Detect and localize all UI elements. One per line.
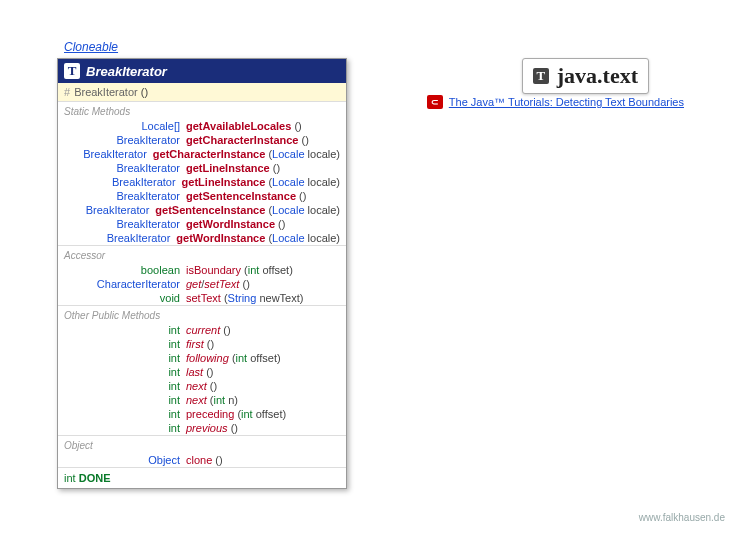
return-type: BreakIterator [83, 148, 147, 160]
method-row: BreakIteratorgetWordInstance () [58, 217, 346, 231]
method-row: BreakIteratorgetSentenceInstance (Locale… [58, 203, 346, 217]
method-row: Locale[]getAvailableLocales () [58, 119, 346, 133]
param-name: locale [308, 148, 337, 160]
section-label: Static Methods [58, 101, 346, 119]
method-params: () [302, 134, 309, 146]
param-type: int [241, 408, 253, 420]
tutorial-link-row: ⊂ The Java™ Tutorials: Detecting Text Bo… [427, 95, 684, 109]
method-params: (int offset) [237, 408, 286, 420]
method-signature: previous () [186, 422, 340, 434]
section-label: Accessor [58, 245, 346, 263]
method-name: getSentenceInstance [155, 204, 265, 216]
method-row: BreakIteratorgetLineInstance () [58, 161, 346, 175]
method-params: () [223, 324, 230, 336]
method-params: (Locale locale) [268, 232, 340, 244]
method-name: next [186, 394, 207, 406]
method-params: (int n) [210, 394, 238, 406]
method-signature: getAvailableLocales () [186, 120, 340, 132]
class-header: T BreakIterator [58, 59, 346, 83]
method-params: () [242, 278, 249, 290]
method-signature: following (int offset) [186, 352, 340, 364]
method-signature: current () [186, 324, 340, 336]
return-type: Locale[] [141, 120, 180, 132]
method-signature: getWordInstance (Locale locale) [176, 232, 340, 244]
method-name: getCharacterInstance [153, 148, 266, 160]
return-type: int [168, 422, 180, 434]
cloneable-link[interactable]: Cloneable [64, 40, 118, 54]
method-row: Objectclone () [58, 453, 346, 467]
param-name: locale [308, 232, 337, 244]
method-row: voidsetText (String newText) [58, 291, 346, 305]
method-params: (int offset) [232, 352, 281, 364]
param-name: offset [256, 408, 283, 420]
method-signature: getLineInstance (Locale locale) [182, 176, 340, 188]
return-type: BreakIterator [116, 134, 180, 146]
param-name: newText [259, 292, 299, 304]
visibility-marker: # [64, 86, 70, 98]
method-name: getLineInstance [182, 176, 266, 188]
class-box: T BreakIterator #BreakIterator () Static… [57, 58, 347, 489]
method-signature: getCharacterInstance (Locale locale) [153, 148, 340, 160]
method-name: last [186, 366, 203, 378]
method-name: getLineInstance [186, 162, 270, 174]
param-name: locale [308, 176, 337, 188]
section-label: Object [58, 435, 346, 453]
method-row: intnext (int n) [58, 393, 346, 407]
return-type: BreakIterator [116, 190, 180, 202]
method-params: () [210, 380, 217, 392]
method-params: (Locale locale) [268, 148, 340, 160]
method-row: intlast () [58, 365, 346, 379]
param-type: Locale [272, 148, 304, 160]
param-type: int [214, 394, 226, 406]
param-type: String [228, 292, 257, 304]
return-type: BreakIterator [86, 204, 150, 216]
method-signature: next () [186, 380, 340, 392]
method-signature: last () [186, 366, 340, 378]
package-name: java.text [557, 63, 638, 89]
method-name: getCharacterInstance [186, 134, 299, 146]
method-row: BreakIteratorgetCharacterInstance (Local… [58, 147, 346, 161]
method-row: CharacterIteratorget/setText () [58, 277, 346, 291]
constructor-row: #BreakIterator () [58, 83, 346, 101]
method-params: () [207, 338, 214, 350]
method-name: current [186, 324, 220, 336]
method-row: intprevious () [58, 421, 346, 435]
param-name: n [228, 394, 234, 406]
method-row: intpreceding (int offset) [58, 407, 346, 421]
method-name: getWordInstance [186, 218, 275, 230]
method-row: BreakIteratorgetLineInstance (Locale loc… [58, 175, 346, 189]
method-params: () [231, 422, 238, 434]
method-row: intnext () [58, 379, 346, 393]
package-box: T java.text [522, 58, 649, 94]
return-type: BreakIterator [116, 218, 180, 230]
method-signature: getLineInstance () [186, 162, 340, 174]
constant-type: int [64, 472, 76, 484]
param-type: int [248, 264, 260, 276]
return-type: int [168, 338, 180, 350]
param-type: Locale [272, 204, 304, 216]
return-type: BreakIterator [107, 232, 171, 244]
constant-name: DONE [79, 472, 111, 484]
method-name: isBoundary [186, 264, 241, 276]
return-type: BreakIterator [112, 176, 176, 188]
return-type: int [168, 408, 180, 420]
method-signature: next (int n) [186, 394, 340, 406]
method-name: getSentenceInstance [186, 190, 296, 202]
method-params: (int offset) [244, 264, 293, 276]
return-type: int [168, 366, 180, 378]
class-type-icon: T [64, 63, 80, 79]
method-row: BreakIteratorgetWordInstance (Locale loc… [58, 231, 346, 245]
method-signature: getSentenceInstance (Locale locale) [155, 204, 340, 216]
param-name: offset [250, 352, 277, 364]
method-name: get/setText [186, 278, 239, 290]
footer-link[interactable]: www.falkhausen.de [639, 512, 725, 523]
method-params: (Locale locale) [268, 204, 340, 216]
return-type: boolean [141, 264, 180, 276]
method-params: () [299, 190, 306, 202]
method-row: intcurrent () [58, 323, 346, 337]
package-type-icon: T [533, 68, 549, 84]
tutorial-link[interactable]: The Java™ Tutorials: Detecting Text Boun… [449, 96, 684, 108]
param-name: locale [308, 204, 337, 216]
method-signature: getWordInstance () [186, 218, 340, 230]
method-row: booleanisBoundary (int offset) [58, 263, 346, 277]
